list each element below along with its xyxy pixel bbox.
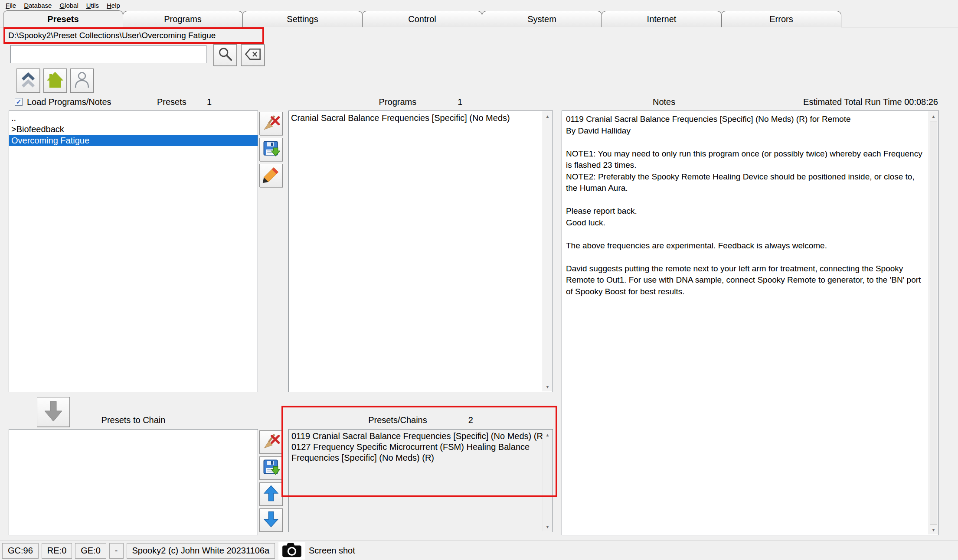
home-icon — [46, 70, 64, 91]
notes-scrollbar[interactable]: ▲ ▼ — [929, 111, 938, 534]
tab[interactable]: Control — [362, 11, 482, 27]
scroll-down-arrow[interactable]: ▼ — [543, 523, 552, 531]
load-programs-checkbox[interactable] — [15, 98, 23, 106]
edit-program-button[interactable] — [259, 164, 283, 187]
preset-item[interactable]: .. — [9, 112, 258, 124]
save-disk-icon — [262, 140, 280, 160]
screenshot-label[interactable]: Screen shot — [309, 546, 355, 556]
presets-header: Presets — [157, 97, 186, 107]
backspace-icon — [244, 46, 262, 64]
clear-programs-button[interactable] — [259, 112, 283, 135]
notes-box[interactable]: 0119 Cranial Sacral Balance Frequencies … — [562, 111, 939, 535]
save-disk-icon — [262, 458, 280, 478]
program-item[interactable]: Cranial Sacral Balance Frequencies [Spec… — [289, 112, 553, 124]
tab[interactable]: Presets — [3, 10, 123, 27]
menu-bar: FileDatabaseGlobalUtilsHelp — [0, 0, 958, 10]
presets-to-chain-list[interactable] — [9, 429, 258, 535]
status-dash: - — [109, 543, 124, 559]
spooky2-window: FileDatabaseGlobalUtilsHelp PresetsProgr… — [0, 0, 958, 560]
user-presets-button[interactable] — [70, 68, 94, 93]
preset-collection-path-highlight: D:\Spooky2\Preset Collections\User\Overc… — [3, 27, 264, 44]
down-arrow-icon — [262, 510, 280, 530]
save-programs-button[interactable] — [259, 138, 283, 161]
programs-list[interactable]: ▲ ▼ Cranial Sacral Balance Frequencies [… — [288, 111, 553, 392]
home-button[interactable] — [43, 68, 67, 93]
run-time-label: Estimated Total Run Time 00:08:26 — [803, 97, 938, 107]
menu-item[interactable]: File — [2, 1, 20, 10]
pencil-icon — [262, 166, 280, 186]
chains-scrollbar[interactable]: ▲ ▼ — [543, 430, 552, 531]
search-button[interactable] — [213, 44, 237, 66]
preset-collection-path: D:\Spooky2\Preset Collections\User\Overc… — [8, 31, 216, 40]
tab-strip: PresetsProgramsSettingsControlSystemInte… — [3, 10, 841, 27]
search-icon — [216, 46, 234, 65]
scroll-up-arrow[interactable]: ▲ — [543, 112, 552, 120]
status-ge: GE:0 — [75, 543, 106, 559]
broom-delete-icon — [262, 432, 280, 452]
collapse-all-button[interactable] — [16, 68, 40, 93]
presets-to-chain-label: Presets to Chain — [9, 415, 258, 425]
scroll-up-arrow[interactable]: ▲ — [929, 112, 938, 120]
scroll-up-arrow[interactable]: ▲ — [543, 431, 552, 439]
presets-chains-header: Presets/Chains — [368, 415, 427, 425]
preset-item[interactable]: >Biofeedback — [9, 124, 258, 135]
menu-item[interactable]: Global — [56, 1, 82, 10]
scrollbar-thumb[interactable] — [930, 121, 937, 525]
status-bar: GC:96 RE:0 GE:0 - Spooky2 (c) John White… — [0, 540, 958, 560]
up-arrow-icon — [262, 484, 280, 504]
scroll-down-arrow[interactable]: ▼ — [543, 383, 552, 391]
preset-item[interactable]: Overcoming Fatigue — [9, 135, 258, 146]
notes-text: 0119 Cranial Sacral Balance Frequencies … — [566, 114, 926, 297]
camera-icon — [281, 542, 303, 560]
load-programs-label: Load Programs/Notes — [27, 97, 111, 107]
move-up-button[interactable] — [259, 482, 283, 506]
status-version: Spooky2 (c) John White 20231106a — [127, 543, 275, 559]
status-re: RE:0 — [42, 543, 72, 559]
menu-item[interactable]: Utils — [82, 1, 103, 10]
user-icon — [73, 70, 91, 91]
presets-count: 1 — [207, 97, 212, 107]
move-down-button[interactable] — [259, 508, 283, 532]
presets-list[interactable]: ..>BiofeedbackOvercoming Fatigue — [9, 111, 258, 392]
presets-chains-list[interactable]: ▲ ▼ 0119 Cranial Sacral Balance Frequenc… — [288, 429, 553, 532]
tab[interactable]: Errors — [721, 11, 841, 27]
menu-item[interactable]: Help — [103, 1, 124, 10]
tab[interactable]: System — [482, 11, 602, 27]
scroll-down-arrow[interactable]: ▼ — [929, 526, 938, 534]
clear-chain-button[interactable] — [259, 430, 283, 454]
screenshot-button[interactable] — [278, 542, 305, 560]
programs-scrollbar[interactable]: ▲ ▼ — [543, 111, 552, 391]
presets-chains-count: 2 — [468, 415, 473, 425]
clear-search-button[interactable] — [241, 44, 265, 66]
programs-header: Programs — [379, 97, 417, 107]
menu-item[interactable]: Database — [20, 1, 56, 10]
tab[interactable]: Programs — [123, 11, 243, 27]
search-input[interactable] — [10, 45, 206, 63]
tab[interactable]: Settings — [242, 11, 363, 27]
broom-delete-icon — [262, 114, 280, 133]
tab[interactable]: Internet — [602, 11, 722, 27]
notes-header: Notes — [653, 97, 675, 107]
save-chain-button[interactable] — [259, 456, 283, 480]
status-gc: GC:96 — [2, 543, 39, 559]
chain-preset-item[interactable]: 0119 Cranial Sacral Balance Frequencies … — [289, 431, 553, 442]
double-chevron-up-icon — [19, 70, 37, 91]
chain-preset-item[interactable]: 0127 Frequency Specific Microcurrent (FS… — [289, 442, 553, 463]
programs-count: 1 — [458, 97, 462, 107]
